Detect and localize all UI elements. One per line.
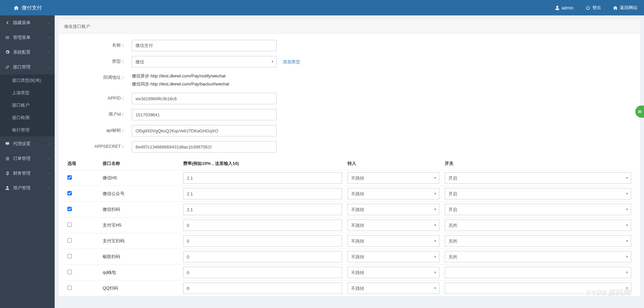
row-checkbox[interactable] <box>67 223 72 227</box>
table-row: qq钱包 不跳转▼ ▼ <box>65 265 634 281</box>
sub-item-upstream-type[interactable]: 上游类型 <box>0 87 55 99</box>
sidebar-item-user[interactable]: 用户管理 ‹ <box>0 181 55 195</box>
table-row: QQ扫码 不跳转▼ ▼ <box>65 281 634 296</box>
appsecret-input[interactable] <box>132 141 277 152</box>
sidebar-label: 隐藏菜单 <box>13 20 31 26</box>
table-row: 支付宝扫码 不跳转▼ 关闭▼ <box>65 233 634 249</box>
row-checkbox[interactable] <box>67 238 72 243</box>
switch-select[interactable]: 关闭 <box>445 251 631 262</box>
interface-table: 选项 接口名称 费率(例如10%，这里输入10) 转入 开关 微信H5 不跳转▼… <box>65 157 634 296</box>
add-type-link[interactable]: 添加类型 <box>283 59 300 64</box>
switch-select[interactable]: 开启 <box>445 204 631 215</box>
transfer-select[interactable]: 不跳转 <box>347 188 439 199</box>
rate-input[interactable] <box>183 235 342 247</box>
rate-input[interactable] <box>183 283 342 294</box>
chevron-icon: ‹ <box>49 157 50 161</box>
sidebar-item-manage[interactable]: 管理菜单 ‹ <box>0 30 55 45</box>
screen-icon <box>5 141 10 146</box>
table-row: 微信H5 不跳转▼ 开启▼ <box>65 170 634 186</box>
table-row: 银联扫码 不跳转▼ 关闭▼ <box>65 249 634 265</box>
row-checkbox[interactable] <box>67 254 72 258</box>
transfer-select[interactable]: 不跳转 <box>347 267 439 278</box>
sub-item-interface-check[interactable]: 接口检测 <box>0 112 55 124</box>
rate-input[interactable] <box>183 188 342 199</box>
sidebar-item-hide[interactable]: 隐藏菜单 ‹ <box>0 15 55 30</box>
transfer-select[interactable]: 不跳转 <box>347 235 439 247</box>
chevron-icon: ‹ <box>49 186 50 190</box>
switch-select[interactable]: 开启 <box>445 188 631 199</box>
chevron-icon: ‹ <box>49 36 50 40</box>
sub-item-bank-manage[interactable]: 银行管理 <box>0 124 55 136</box>
sub-item-interface-type[interactable]: 接口类型(轮询) <box>0 74 55 87</box>
row-name: 支付宝扫码 <box>100 233 180 249</box>
row-checkbox[interactable] <box>67 270 72 274</box>
row-name: 微信H5 <box>100 170 180 186</box>
switch-select[interactable]: 关闭 <box>445 235 631 247</box>
sub-item-interface-account[interactable]: 接口账户 <box>0 99 55 112</box>
sidebar-item-agent[interactable]: 代理设置 ‹ <box>0 136 55 151</box>
callback-async-text: 微信异步 http://test.dkewl.com/Pay/notify/we… <box>132 72 634 80</box>
row-name: 微信公众号 <box>100 186 180 202</box>
table-row: 微信公众号 不跳转▼ 开启▼ <box>65 186 634 202</box>
transfer-select[interactable]: 不跳转 <box>347 220 439 231</box>
callback-sync-text: 微信同步 http://test.dkewl.com/Pay/backurl/w… <box>132 80 634 88</box>
chevron-icon: ‹ <box>49 142 50 146</box>
transfer-select[interactable]: 不跳转 <box>347 251 439 262</box>
logout-link[interactable]: 登出 <box>585 5 601 11</box>
top-header: 微付支付 admin 登出 返回网站 <box>0 0 644 15</box>
rate-input[interactable] <box>183 251 342 262</box>
main-content: 修改接口账户 名称： 类型： 微信 ▼ 添加类型 <box>55 15 644 308</box>
appid-input[interactable] <box>132 93 277 104</box>
panel: 修改接口账户 名称： 类型： 微信 ▼ 添加类型 <box>59 19 640 296</box>
sidebar-label: 订单管理 <box>13 156 31 162</box>
rate-input[interactable] <box>183 204 342 215</box>
arrow-left-icon <box>5 20 10 25</box>
table-row: 支付宝H5 不跳转▼ 关闭▼ <box>65 218 634 233</box>
brand[interactable]: 微付支付 <box>13 5 42 11</box>
sidebar-label: 代理设置 <box>13 141 31 147</box>
sidebar-label: 管理菜单 <box>13 35 31 41</box>
sidebar: 隐藏菜单 ‹ 管理菜单 ‹ 系统配置 ‹ 接口管理 ‹ 接口 <box>0 15 55 308</box>
user-icon <box>555 5 560 10</box>
sidebar-item-order[interactable]: 订单管理 ‹ <box>0 151 55 166</box>
user-menu[interactable]: admin <box>555 5 574 11</box>
sidebar-label: 财务管理 <box>13 170 31 176</box>
apikey-input[interactable] <box>132 125 277 136</box>
row-checkbox[interactable] <box>67 191 72 195</box>
row-name: 支付宝H5 <box>100 218 180 233</box>
list-icon <box>5 156 10 161</box>
row-name: qq钱包 <box>100 265 180 281</box>
link-icon <box>5 65 10 69</box>
mchid-input[interactable] <box>132 109 277 120</box>
rate-input[interactable] <box>183 220 342 231</box>
user-icon <box>5 186 10 190</box>
rate-input[interactable] <box>183 267 342 278</box>
row-checkbox[interactable] <box>67 175 72 180</box>
gear-icon <box>5 50 10 55</box>
transfer-select[interactable]: 不跳转 <box>347 204 439 215</box>
home-icon <box>613 5 618 10</box>
menu-icon <box>5 35 10 40</box>
power-icon <box>585 5 590 10</box>
sidebar-item-interface[interactable]: 接口管理 ‹ <box>0 60 55 74</box>
switch-select[interactable] <box>445 283 631 294</box>
switch-select[interactable] <box>445 267 631 278</box>
switch-select[interactable]: 开启 <box>445 172 631 184</box>
name-input[interactable] <box>132 40 277 51</box>
rate-input[interactable] <box>183 172 342 184</box>
th-select: 选项 <box>65 157 100 170</box>
row-checkbox[interactable] <box>67 207 72 211</box>
transfer-select[interactable]: 不跳转 <box>347 283 439 294</box>
mchid-label: 商户id： <box>65 109 132 120</box>
back-site-link[interactable]: 返回网站 <box>613 5 637 11</box>
sidebar-item-system[interactable]: 系统配置 ‹ <box>0 45 55 60</box>
transfer-select[interactable]: 不跳转 <box>347 172 439 184</box>
type-select[interactable]: 微信 <box>132 56 277 67</box>
brand-label: 微付支付 <box>22 5 42 11</box>
sidebar-label: 用户管理 <box>13 185 31 191</box>
th-switch: 开关 <box>442 157 634 170</box>
row-checkbox[interactable] <box>67 286 72 290</box>
row-name: 微信扫码 <box>100 202 180 218</box>
sidebar-item-finance[interactable]: 财务管理 ‹ <box>0 166 55 181</box>
switch-select[interactable]: 关闭 <box>445 220 631 231</box>
